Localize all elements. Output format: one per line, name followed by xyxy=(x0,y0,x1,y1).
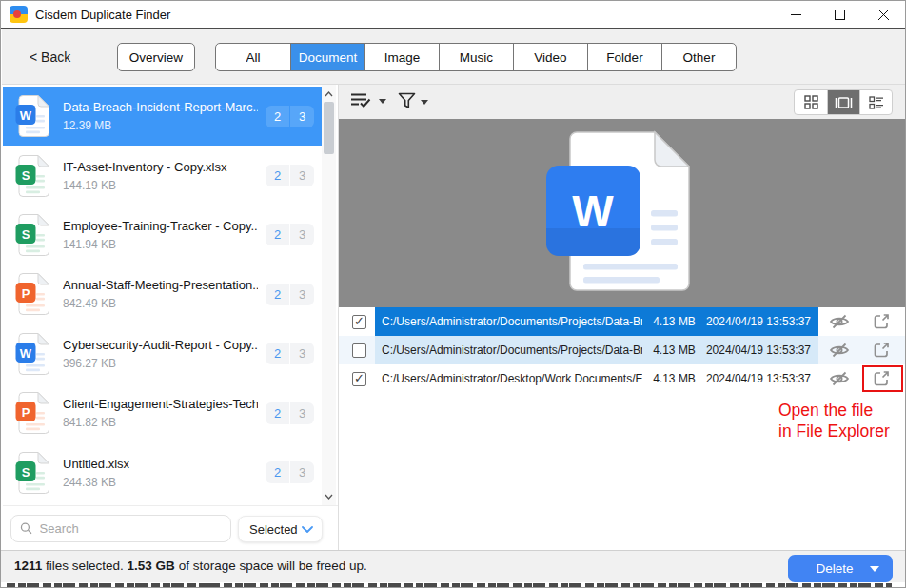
funnel-icon xyxy=(398,92,416,109)
eye-slash-icon xyxy=(829,370,850,387)
delete-button[interactable]: Delete xyxy=(788,555,893,582)
excel-file-icon: S xyxy=(14,213,50,257)
svg-text:W: W xyxy=(20,345,32,360)
row-checkbox[interactable] xyxy=(352,315,366,329)
selected-count-badge: 2 xyxy=(266,402,289,424)
sidebar-footer: Selected xyxy=(3,505,338,550)
selected-count-badge: 2 xyxy=(266,106,289,127)
svg-text:W: W xyxy=(20,108,32,123)
tab-music[interactable]: Music xyxy=(439,44,513,70)
annotation-text: Open the file in File Explorer xyxy=(778,401,890,441)
tab-other[interactable]: Other xyxy=(661,44,736,70)
overview-button[interactable]: Overview xyxy=(117,43,195,71)
file-path: C:/Users/Administrator/Documents/Project… xyxy=(382,343,642,357)
preview-view-icon xyxy=(835,96,853,109)
total-count-badge: 3 xyxy=(290,224,314,245)
delete-button-label: Delete xyxy=(788,561,870,576)
close-button[interactable] xyxy=(861,1,905,28)
search-box[interactable] xyxy=(10,515,231,542)
annotation-highlight-box xyxy=(862,365,903,392)
sidebar-scrollbar[interactable] xyxy=(322,85,336,505)
grid-view-button[interactable] xyxy=(795,90,827,114)
duplicate-count-badges: 2 3 xyxy=(266,343,314,364)
clipped-text-strip xyxy=(7,583,892,588)
tab-video[interactable]: Video xyxy=(513,44,587,70)
search-icon xyxy=(20,521,33,536)
preview-view-button[interactable] xyxy=(827,90,859,114)
search-input[interactable] xyxy=(40,521,222,536)
delete-dropdown-icon[interactable] xyxy=(870,566,879,572)
scrollbar-thumb[interactable] xyxy=(324,102,334,154)
sort-button[interactable] xyxy=(350,92,386,108)
file-size: 4.13 MB xyxy=(653,372,696,385)
file-name: IT-Asset-Inventory - Copy.xlsx xyxy=(63,160,258,174)
hide-preview-button[interactable] xyxy=(829,311,850,332)
row-checkbox[interactable] xyxy=(352,343,366,358)
word-document-preview-icon: W xyxy=(546,130,691,292)
svg-text:W: W xyxy=(572,186,614,236)
powerpoint-file-icon: P xyxy=(14,272,50,316)
tab-document[interactable]: Document xyxy=(290,44,364,70)
open-in-explorer-button[interactable] xyxy=(871,340,892,361)
list-item[interactable]: W Cybersecurity-Audit-Report - Copy.... … xyxy=(3,324,322,383)
selected-count-badge: 2 xyxy=(266,165,289,186)
excel-file-icon: S xyxy=(14,154,50,198)
list-item[interactable]: P Annual-Staff-Meeting-Presentation... 8… xyxy=(3,265,322,323)
hide-preview-button[interactable] xyxy=(829,368,850,389)
maximize-button[interactable] xyxy=(817,1,861,28)
tab-folder[interactable]: Folder xyxy=(587,44,661,70)
annotation-line-2: in File Explorer xyxy=(778,421,890,442)
freed-space-size: 1.53 GB xyxy=(128,559,175,573)
powerpoint-file-icon: P xyxy=(14,391,50,435)
total-count-badge: 3 xyxy=(290,402,314,424)
list-item[interactable]: S Employee-Training-Tracker - Copy.... 1… xyxy=(3,206,322,265)
file-name: Employee-Training-Tracker - Copy.... xyxy=(63,219,258,233)
list-item[interactable]: S IT-Asset-Inventory - Copy.xlsx 144.19 … xyxy=(3,146,322,205)
duplicate-row[interactable]: C:/Users/Administrator/Documents/Project… xyxy=(339,336,906,364)
list-view-button[interactable] xyxy=(859,90,892,114)
list-item[interactable]: P Client-Engagement-Strategies-Tech... 8… xyxy=(3,383,322,442)
total-count-badge: 3 xyxy=(290,461,314,483)
duplicate-locations-list: C:/Users/Administrator/Documents/Project… xyxy=(339,307,906,393)
row-highlight: C:/Users/Administrator/Documents/Project… xyxy=(375,307,818,336)
file-path: C:/Users/Administrator/Desktop/Work Docu… xyxy=(382,372,642,385)
row-highlight: C:/Users/Administrator/Desktop/Work Docu… xyxy=(375,364,818,393)
file-size: 842.49 KB xyxy=(63,297,258,310)
duplicate-row[interactable]: C:/Users/Administrator/Desktop/Work Docu… xyxy=(339,364,906,393)
close-icon xyxy=(878,10,889,20)
minimize-button[interactable] xyxy=(774,1,817,28)
list-item[interactable]: S Untitled.xlsx 244.38 KB 2 3 xyxy=(3,442,322,501)
duplicate-count-badges: 2 3 xyxy=(266,224,314,245)
duplicate-count-badges: 2 3 xyxy=(266,165,314,186)
duplicate-count-badges: 2 3 xyxy=(266,402,314,424)
tab-image[interactable]: Image xyxy=(364,44,439,70)
duplicate-count-badges: 2 3 xyxy=(266,106,314,127)
total-count-badge: 3 xyxy=(290,165,314,186)
total-count-badge: 3 xyxy=(290,343,314,364)
maximize-icon xyxy=(835,10,845,20)
file-size: 841.82 KB xyxy=(63,416,258,429)
filter-button[interactable] xyxy=(398,92,428,109)
filter-caret-icon xyxy=(421,100,428,105)
file-name: Data-Breach-Incident-Report-Marc... xyxy=(63,100,258,114)
row-checkbox[interactable] xyxy=(352,372,366,386)
title-bar: Cisdem Duplicate Finder xyxy=(1,1,905,29)
svg-text:S: S xyxy=(22,464,30,479)
list-item[interactable]: W Data-Breach-Incident-Report-Marc... 12… xyxy=(3,87,322,146)
open-in-explorer-button[interactable] xyxy=(871,311,892,332)
hide-preview-button[interactable] xyxy=(829,340,850,361)
scroll-up-icon[interactable] xyxy=(322,87,336,101)
word-file-icon: W xyxy=(14,94,50,138)
file-size: 141.94 KB xyxy=(63,238,258,251)
list-view-icon xyxy=(869,96,884,109)
selected-filter-dropdown[interactable]: Selected xyxy=(238,516,323,542)
app-logo-icon xyxy=(10,6,28,23)
grid-view-icon xyxy=(804,95,818,109)
file-name: Annual-Staff-Meeting-Presentation... xyxy=(63,278,258,292)
file-size: 396.27 KB xyxy=(63,357,258,370)
tab-all[interactable]: All xyxy=(216,44,290,70)
window-controls xyxy=(774,1,905,28)
duplicate-row[interactable]: C:/Users/Administrator/Documents/Project… xyxy=(339,307,906,336)
back-button[interactable]: < Back xyxy=(30,49,70,65)
scroll-down-icon[interactable] xyxy=(322,489,336,503)
